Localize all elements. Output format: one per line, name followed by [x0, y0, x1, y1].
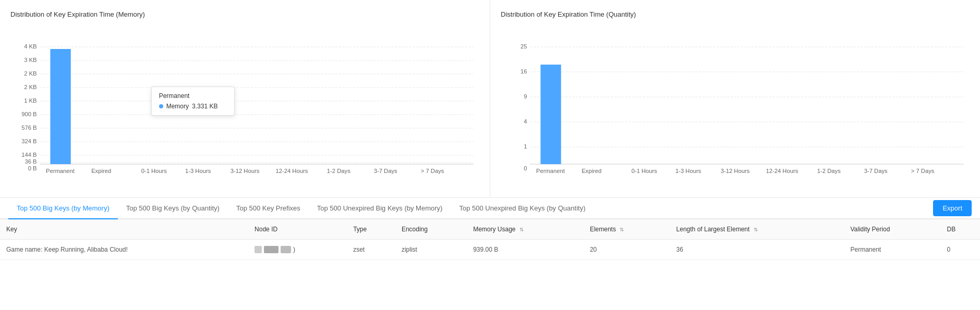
svg-text:144 B: 144 B	[21, 152, 37, 158]
svg-text:0 B: 0 B	[28, 166, 37, 171]
tab-unexpired-quantity[interactable]: Top 500 Unexpired Big Keys (by Quantity)	[451, 198, 594, 219]
svg-text:Permanent: Permanent	[46, 168, 75, 174]
tab-unexpired-memory[interactable]: Top 500 Unexpired Big Keys (by Memory)	[309, 198, 451, 219]
svg-text:12-24 Hours: 12-24 Hours	[276, 168, 308, 174]
right-chart-title: Distribution of Key Expiration Time (Qua…	[501, 10, 970, 18]
svg-text:0-1 Hours: 0-1 Hours	[141, 168, 167, 174]
svg-text:1 KB: 1 KB	[24, 98, 37, 104]
svg-text:36 B: 36 B	[25, 159, 37, 165]
svg-text:4 KB: 4 KB	[24, 44, 37, 49]
memory-sort-icon: ⇅	[519, 227, 524, 232]
tooltip-label: Memory	[166, 103, 189, 110]
node-id-cell: )	[255, 246, 341, 253]
svg-text:576 B: 576 B	[21, 125, 37, 131]
svg-text:0: 0	[524, 166, 527, 171]
right-chart-svg: 25 16 9 4 1 0 Permanent Expired 0-1 Hour…	[501, 42, 970, 177]
node-block-3	[281, 246, 291, 253]
col-length-largest[interactable]: Length of Largest Element ⇅	[670, 219, 844, 240]
tabs-section: Top 500 Big Keys (by Memory) Top 500 Big…	[0, 198, 980, 219]
data-table: Key Node ID Type Encoding Memory Usage ⇅…	[0, 219, 980, 260]
svg-text:25: 25	[521, 44, 527, 49]
cell-length-largest: 36	[670, 240, 844, 260]
node-text: )	[293, 246, 295, 253]
svg-text:0-1 Hours: 0-1 Hours	[632, 168, 657, 174]
table-section: Key Node ID Type Encoding Memory Usage ⇅…	[0, 219, 980, 260]
tab-quantity[interactable]: Top 500 Big Keys (by Quantity)	[118, 198, 228, 219]
svg-text:2 KB: 2 KB	[24, 71, 37, 77]
cell-validity: Permanent	[844, 240, 940, 260]
cell-db: 0	[941, 240, 980, 260]
tooltip-value: 3.331 KB	[192, 103, 217, 110]
svg-text:3-12 Hours: 3-12 Hours	[721, 168, 750, 174]
col-db: DB	[941, 219, 980, 240]
svg-text:1-2 Days: 1-2 Days	[817, 168, 841, 174]
col-elements[interactable]: Elements ⇅	[584, 219, 670, 240]
svg-rect-22	[50, 49, 70, 164]
svg-text:1: 1	[524, 144, 527, 150]
left-chart-area: 4 KB 3 KB 2 KB 2 KB 1 KB 900 B 576 B 324…	[10, 26, 479, 177]
left-chart-svg: 4 KB 3 KB 2 KB 2 KB 1 KB 900 B 576 B 324…	[10, 42, 479, 177]
svg-text:3-7 Days: 3-7 Days	[374, 168, 397, 174]
chart-tooltip: Permanent Memory 3.331 KB	[151, 86, 235, 116]
svg-text:4: 4	[524, 119, 527, 125]
cell-node-id: )	[248, 240, 347, 260]
svg-text:3 KB: 3 KB	[24, 57, 37, 63]
svg-text:Permanent: Permanent	[536, 168, 565, 174]
svg-text:16: 16	[521, 69, 527, 75]
node-block-1	[255, 246, 262, 253]
left-chart-title: Distribution of Key Expiration Time (Mem…	[10, 10, 479, 18]
length-sort-icon: ⇅	[754, 227, 758, 232]
charts-section: Distribution of Key Expiration Time (Mem…	[0, 0, 980, 198]
svg-text:3-7 Days: 3-7 Days	[864, 168, 888, 174]
col-key: Key	[0, 219, 248, 240]
main-container: Distribution of Key Expiration Time (Mem…	[0, 0, 980, 260]
elements-sort-icon: ⇅	[620, 227, 624, 232]
table-header-row: Key Node ID Type Encoding Memory Usage ⇅…	[0, 219, 980, 240]
svg-text:12-24 Hours: 12-24 Hours	[766, 168, 798, 174]
left-chart-panel: Distribution of Key Expiration Time (Mem…	[0, 0, 490, 197]
tooltip-item: Memory 3.331 KB	[159, 103, 227, 110]
cell-elements: 20	[584, 240, 670, 260]
svg-text:Expired: Expired	[582, 168, 601, 174]
cell-key: Game name: Keep Running, Alibaba Cloud!	[0, 240, 248, 260]
col-node-id: Node ID	[248, 219, 347, 240]
col-validity: Validity Period	[844, 219, 940, 240]
tooltip-title: Permanent	[159, 92, 227, 100]
svg-text:1-3 Hours: 1-3 Hours	[675, 168, 701, 174]
svg-text:> 7 Days: > 7 Days	[421, 168, 444, 174]
svg-text:3-12 Hours: 3-12 Hours	[231, 168, 260, 174]
export-button[interactable]: Export	[933, 200, 972, 216]
tooltip-dot	[159, 104, 163, 108]
svg-text:900 B: 900 B	[21, 111, 37, 117]
cell-type: zset	[347, 240, 395, 260]
col-encoding: Encoding	[395, 219, 467, 240]
svg-text:1-2 Days: 1-2 Days	[327, 168, 350, 174]
svg-rect-44	[540, 65, 561, 164]
svg-text:Expired: Expired	[91, 168, 111, 174]
right-chart-area: 25 16 9 4 1 0 Permanent Expired 0-1 Hour…	[501, 26, 970, 177]
tab-prefixes[interactable]: Top 500 Key Prefixes	[228, 198, 309, 219]
right-chart-panel: Distribution of Key Expiration Time (Qua…	[490, 0, 980, 197]
svg-text:> 7 Days: > 7 Days	[911, 168, 935, 174]
cell-encoding: ziplist	[395, 240, 467, 260]
svg-text:324 B: 324 B	[21, 139, 37, 144]
node-block-2	[264, 246, 279, 253]
svg-text:1-3 Hours: 1-3 Hours	[185, 168, 211, 174]
svg-text:2 KB: 2 KB	[24, 84, 37, 90]
svg-text:9: 9	[524, 94, 527, 100]
col-type: Type	[347, 219, 395, 240]
col-memory-usage[interactable]: Memory Usage ⇅	[467, 219, 584, 240]
tab-memory[interactable]: Top 500 Big Keys (by Memory)	[8, 198, 118, 219]
cell-memory-usage: 939.00 B	[467, 240, 584, 260]
table-row: Game name: Keep Running, Alibaba Cloud! …	[0, 240, 980, 260]
